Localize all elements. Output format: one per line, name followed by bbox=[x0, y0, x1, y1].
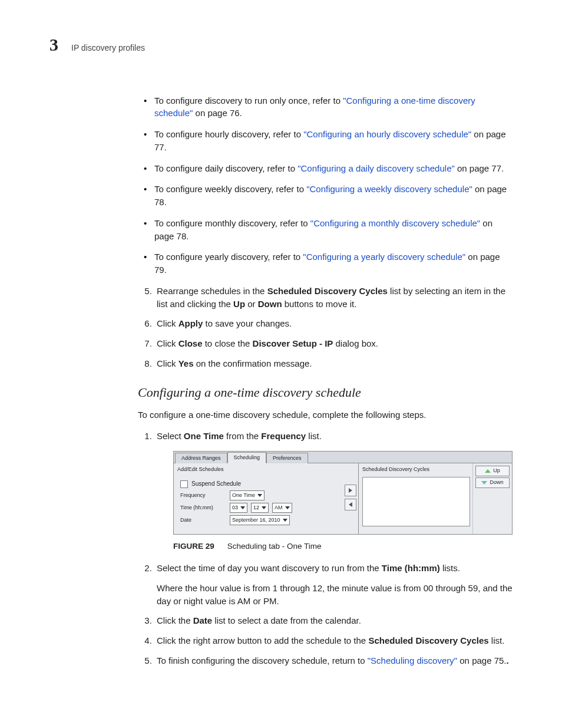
arrow-left-icon bbox=[348, 502, 353, 508]
bold-text: Date bbox=[193, 615, 213, 625]
date-label: Date bbox=[180, 516, 226, 524]
time-label: Time (hh:mm) bbox=[180, 504, 226, 512]
button-label: Up bbox=[493, 467, 500, 475]
bullet-list: To configure discovery to run only once,… bbox=[138, 94, 513, 276]
text: or bbox=[245, 299, 258, 309]
step-6: Click Apply to save your changes. bbox=[154, 317, 513, 330]
text: Click the right arrow button to add the … bbox=[157, 635, 368, 645]
text: to close the bbox=[203, 338, 253, 348]
chevron-down-icon bbox=[240, 506, 245, 509]
text: To configure hourly discovery, refer to bbox=[154, 129, 303, 139]
cross-reference-link[interactable]: "Configuring a yearly discovery schedule… bbox=[303, 252, 465, 262]
chevron-down-icon bbox=[262, 506, 266, 509]
date-select[interactable]: September 16, 2010 bbox=[230, 515, 290, 525]
remove-schedule-button[interactable] bbox=[345, 499, 356, 510]
step-b-3: Click the Date list to select a date fro… bbox=[154, 614, 513, 627]
scheduled-cycles-panel: Scheduled Discovery Cycles bbox=[359, 463, 472, 535]
date-value: September 16, 2010 bbox=[232, 516, 280, 524]
minute-value: 12 bbox=[253, 504, 259, 512]
bold-text: Yes bbox=[178, 358, 194, 368]
step-b-5: To finish configuring the discovery sche… bbox=[154, 654, 513, 667]
tab-address-ranges[interactable]: Address Ranges bbox=[175, 453, 227, 463]
bullet-item: To configure discovery to run only once,… bbox=[154, 94, 513, 120]
numbered-steps-a: Rearrange schedules in the Scheduled Dis… bbox=[138, 285, 513, 370]
time-minute-select[interactable]: 12 bbox=[251, 503, 269, 513]
bold-text: Scheduled Discovery Cycles bbox=[267, 286, 388, 296]
svg-marker-1 bbox=[349, 502, 352, 507]
text: on page 77. bbox=[455, 163, 504, 173]
step-b-4: Click the right arrow button to add the … bbox=[154, 634, 513, 647]
frequency-label: Frequency bbox=[180, 492, 226, 499]
tab-scheduling[interactable]: Scheduling bbox=[227, 452, 267, 463]
page-header: 3 IP discovery profiles bbox=[49, 32, 513, 58]
cross-reference-link[interactable]: "Configuring a weekly discovery schedule… bbox=[306, 184, 472, 194]
text: lists. bbox=[440, 563, 460, 573]
frequency-select[interactable]: One Time bbox=[230, 490, 265, 500]
step-5: Rearrange schedules in the Scheduled Dis… bbox=[154, 285, 513, 311]
suspend-schedule-checkbox[interactable] bbox=[180, 480, 188, 488]
text: Rearrange schedules in the bbox=[157, 286, 267, 296]
move-up-button[interactable]: Up bbox=[475, 466, 510, 476]
text: To configure yearly discovery, refer to bbox=[154, 252, 303, 262]
figure-29: Address Ranges Scheduling Preferences Ad… bbox=[173, 451, 513, 535]
step-b-2: Select the time of day you want discover… bbox=[154, 562, 513, 607]
text: to save your changes. bbox=[203, 318, 292, 328]
period: . bbox=[507, 655, 509, 666]
bullet-item: To configure daily discovery, refer to "… bbox=[154, 162, 513, 175]
bold-text: Frequency bbox=[261, 431, 306, 441]
bold-text: Down bbox=[258, 299, 282, 309]
text: on page 76. bbox=[193, 108, 242, 118]
cross-reference-link[interactable]: "Configuring a daily discovery schedule" bbox=[297, 163, 455, 173]
text: Click bbox=[157, 318, 178, 328]
scheduled-cycles-list[interactable] bbox=[362, 477, 470, 526]
scheduling-discovery-link[interactable]: "Scheduling discovery" bbox=[368, 655, 457, 666]
cross-reference-link[interactable]: "Configuring a monthly discovery schedul… bbox=[310, 218, 480, 228]
bold-text: Scheduled Discovery Cycles bbox=[368, 635, 488, 645]
text: Click bbox=[157, 358, 178, 368]
cross-reference-link[interactable]: "Configuring an hourly discovery schedul… bbox=[303, 129, 471, 139]
step-subtext: Where the hour value is from 1 through 1… bbox=[157, 582, 513, 608]
text: from the bbox=[224, 431, 261, 441]
time-hour-select[interactable]: 03 bbox=[230, 503, 247, 513]
move-down-button[interactable]: Down bbox=[475, 477, 510, 488]
bold-text: Discover Setup - IP bbox=[253, 338, 333, 348]
text: To configure daily discovery, refer to bbox=[154, 163, 297, 173]
numbered-steps-b: Select One Time from the Frequency list.… bbox=[138, 430, 513, 667]
bold-text: Close bbox=[178, 338, 203, 348]
text: list. bbox=[306, 431, 322, 441]
add-schedule-button[interactable] bbox=[345, 485, 356, 496]
step-7: Click Close to close the Discover Setup … bbox=[154, 337, 513, 350]
scheduling-dialog: Address Ranges Scheduling Preferences Ad… bbox=[173, 451, 513, 535]
chevron-down-icon bbox=[283, 519, 287, 522]
step-b-1: Select One Time from the Frequency list.… bbox=[154, 430, 513, 552]
text: Select the time of day you want discover… bbox=[157, 563, 382, 573]
transfer-buttons bbox=[343, 463, 358, 535]
arrow-down-icon bbox=[481, 481, 487, 485]
panel-title: Scheduled Discovery Cycles bbox=[362, 466, 469, 473]
bold-text: One Time bbox=[184, 431, 224, 441]
time-ampm-select[interactable]: AM bbox=[272, 503, 292, 513]
text: To finish configuring the discovery sche… bbox=[157, 655, 368, 666]
figure-title: Scheduling tab - One Time bbox=[227, 542, 322, 551]
chapter-title: IP discovery profiles bbox=[71, 42, 145, 54]
add-edit-schedules-panel: Add/Edit Schedules Suspend Schedule Freq… bbox=[174, 463, 343, 535]
arrow-right-icon bbox=[348, 487, 353, 493]
text: list to select a date from the calendar. bbox=[212, 615, 361, 625]
button-label: Down bbox=[490, 479, 503, 486]
section-intro: To configure a one-time discovery schedu… bbox=[138, 409, 513, 421]
tab-preferences[interactable]: Preferences bbox=[266, 453, 308, 463]
arrow-up-icon bbox=[485, 469, 491, 473]
figure-caption: FIGURE 29Scheduling tab - One Time bbox=[173, 541, 513, 552]
bold-text: Up bbox=[233, 299, 245, 309]
hour-value: 03 bbox=[232, 504, 238, 512]
bullet-item: To configure weekly discovery, refer to … bbox=[154, 183, 513, 209]
ampm-value: AM bbox=[275, 504, 283, 512]
text: list. bbox=[489, 635, 505, 645]
text: Click the bbox=[157, 615, 193, 625]
text: on the confirmation message. bbox=[194, 358, 312, 368]
bullet-item: To configure monthly discovery, refer to… bbox=[154, 217, 513, 243]
bold-text: Time (hh:mm) bbox=[382, 563, 440, 573]
text: Select bbox=[157, 431, 184, 441]
suspend-schedule-label: Suspend Schedule bbox=[191, 480, 241, 489]
text: Click bbox=[157, 338, 178, 348]
